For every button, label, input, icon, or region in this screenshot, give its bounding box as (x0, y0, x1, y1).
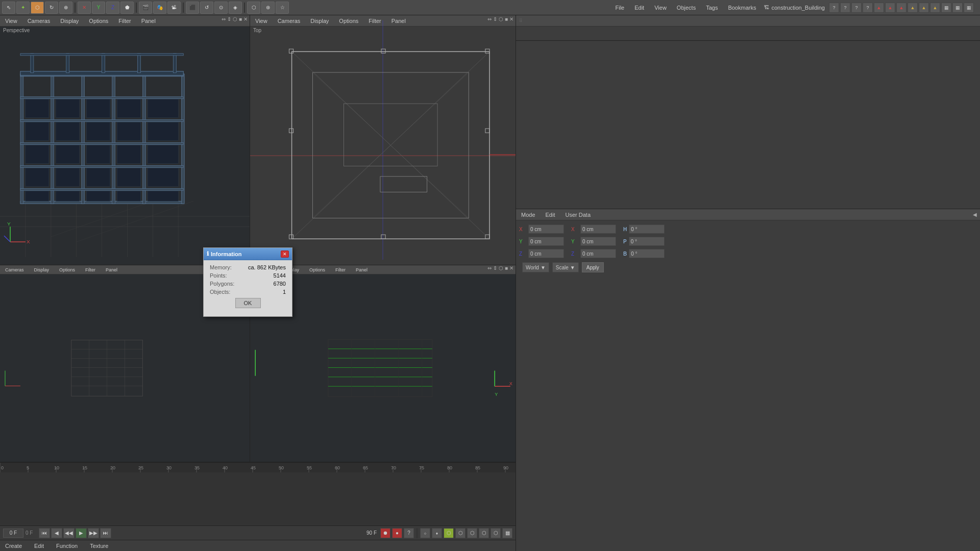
play-btn[interactable]: ▶ (76, 528, 87, 538)
y-pos-input[interactable] (528, 237, 564, 246)
viewport-top-view[interactable]: View Cameras Display Options Filter Pane… (250, 15, 516, 265)
br-icon-5[interactable]: ✕ (509, 265, 513, 271)
menu-file[interactable]: File (613, 4, 626, 12)
dialog-ok-button[interactable]: OK (235, 298, 261, 308)
br-filter[interactable]: Filter (333, 266, 348, 273)
z-pos-input[interactable] (528, 249, 564, 258)
x-pos-input[interactable] (528, 224, 564, 234)
timeline-ruler: 0 5 10 15 20 25 30 35 (0, 462, 516, 472)
key-btn-1[interactable]: ⬦ (420, 528, 430, 538)
menu-objects[interactable]: Objects (675, 4, 698, 12)
attr-icon-1[interactable]: ◀ (973, 212, 977, 217)
br-icon-2[interactable]: ⇕ (493, 265, 497, 271)
scale-tool-btn[interactable]: ⬡ (31, 2, 44, 14)
key-btn-4[interactable]: ⬡ (455, 528, 465, 538)
light-btn[interactable]: ⊛ (261, 2, 275, 14)
key-btn-8[interactable]: ▦ (502, 528, 512, 538)
move-tool-btn[interactable]: ✦ (16, 2, 30, 14)
bl-panel[interactable]: Panel (104, 266, 119, 273)
select-tool-btn[interactable]: ⇖ (2, 2, 15, 14)
record-btn[interactable]: ● (392, 528, 402, 538)
z-rot-input[interactable] (580, 249, 616, 258)
obj-icon-5[interactable]: ▲ (874, 3, 884, 13)
br-options[interactable]: Options (307, 266, 327, 273)
b-input[interactable] (629, 249, 665, 258)
bottom-create[interactable]: Create (3, 542, 24, 550)
attr-mode[interactable]: Mode (519, 211, 537, 219)
camera-btn[interactable]: ⬡ (247, 2, 260, 14)
obj-icon-3[interactable]: ? (851, 3, 862, 13)
svg-rect-24 (26, 191, 49, 201)
obj-icon-4[interactable]: ? (863, 3, 873, 13)
play-fwd-btn[interactable]: ▶▶ (88, 528, 99, 538)
add-tool-btn[interactable]: ⊕ (59, 2, 72, 14)
play-back-btn[interactable]: ◀ (51, 528, 62, 538)
bl-cameras[interactable]: Cameras (3, 266, 26, 273)
key-btn-7[interactable]: ⬡ (491, 528, 501, 538)
apply-button[interactable]: Apply (582, 262, 604, 272)
br-icon-1[interactable]: ⇔ (487, 265, 492, 271)
attr-edit[interactable]: Edit (544, 211, 557, 219)
y-rot-input[interactable] (580, 237, 616, 246)
svg-rect-43 (148, 122, 178, 141)
auto-key-btn[interactable]: ⏺ (380, 528, 390, 538)
nurbs-btn[interactable]: ⊙ (214, 2, 228, 14)
menu-view[interactable]: View (652, 4, 669, 12)
obj-icon-12[interactable]: ▦ (952, 3, 963, 13)
bottom-texture[interactable]: Texture (88, 542, 110, 550)
bl-filter[interactable]: Filter (83, 266, 97, 273)
obj-icon-1[interactable]: ? (829, 3, 839, 13)
svg-text:25: 25 (138, 465, 143, 470)
help-btn[interactable]: ? (404, 528, 414, 538)
bl-display[interactable]: Display (32, 266, 52, 273)
y-btn[interactable]: Y (92, 2, 105, 14)
cube-btn[interactable]: ⬛ (186, 2, 199, 14)
render-region-btn[interactable]: 🎭 (153, 2, 166, 14)
menu-edit[interactable]: Edit (632, 4, 646, 12)
menu-tags[interactable]: Tags (704, 4, 720, 12)
key-btn-5[interactable]: ⬡ (467, 528, 477, 538)
svg-rect-77 (344, 104, 438, 166)
attr-user-data[interactable]: User Data (564, 211, 593, 219)
obj-icon-9[interactable]: ▲ (919, 3, 929, 13)
dialog-close-button[interactable]: ✕ (281, 251, 289, 258)
br-icon-3[interactable]: ⬡ (499, 265, 503, 271)
go-to-end-btn[interactable]: ⏭ (100, 528, 111, 538)
sep2 (136, 3, 137, 13)
stop-btn[interactable]: ◀◀ (63, 528, 75, 538)
h-input[interactable] (629, 224, 665, 234)
bottom-function[interactable]: Function (54, 542, 80, 550)
key-btn-3[interactable]: ⬡ (444, 528, 454, 538)
poly-btn[interactable]: ⬟ (120, 2, 134, 14)
render-btn[interactable]: 🎬 (139, 2, 152, 14)
rotate-tool-btn[interactable]: ↻ (45, 2, 58, 14)
obj-icon-8[interactable]: ▲ (908, 3, 918, 13)
viewport-perspective[interactable]: View Cameras Display Options Filter Pane… (0, 15, 250, 265)
obj-icon-10[interactable]: ▲ (930, 3, 940, 13)
spline-btn[interactable]: ↺ (200, 2, 213, 14)
obj-icon-6[interactable]: ▲ (885, 3, 895, 13)
br-panel[interactable]: Panel (354, 266, 370, 273)
p-input[interactable] (629, 237, 665, 246)
menu-bookmarks[interactable]: Bookmarks (726, 4, 758, 12)
bottom-edit[interactable]: Edit (32, 542, 46, 550)
bl-options[interactable]: Options (57, 266, 77, 273)
go-to-start-btn[interactable]: ⏮ (39, 528, 50, 538)
render-to-file-btn[interactable]: 📽 (167, 2, 181, 14)
key-btn-2[interactable]: ⬧ (432, 528, 442, 538)
undo-btn[interactable]: ✕ (78, 2, 91, 14)
scene-btn[interactable]: ☆ (276, 2, 289, 14)
key-btn-6[interactable]: ⬡ (479, 528, 489, 538)
svg-rect-52 (102, 54, 105, 73)
x-rot-input[interactable] (580, 224, 616, 234)
obj-icon-11[interactable]: ▦ (941, 3, 951, 13)
current-frame-input[interactable] (3, 529, 23, 538)
br-icon-4[interactable]: ■ (505, 265, 508, 271)
deformer-btn[interactable]: ◈ (229, 2, 242, 14)
obj-icon-7[interactable]: ▲ (896, 3, 906, 13)
scale-dropdown[interactable]: Scale ▼ (552, 262, 579, 272)
obj-icon-2[interactable]: ? (840, 3, 850, 13)
z-btn[interactable]: Z (106, 2, 119, 14)
obj-icon-13[interactable]: ▦ (964, 3, 974, 13)
world-dropdown[interactable]: World ▼ (522, 262, 549, 272)
